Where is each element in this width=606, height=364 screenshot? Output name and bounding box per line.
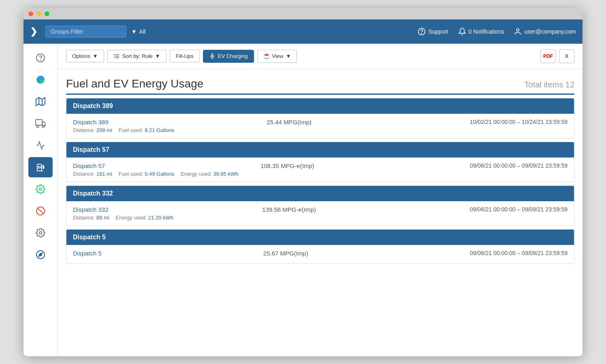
dispatch-energy: Energy used: 21.20 kWh — [116, 215, 173, 221]
bell-icon — [458, 28, 466, 36]
sidebar-item-settings-gear[interactable] — [28, 179, 53, 199]
total-items: Total items 12 — [525, 80, 574, 89]
dropdown-label: All — [139, 28, 146, 35]
dispatch-name[interactable]: Dispatch 57 — [73, 162, 105, 169]
groups-filter-input[interactable] — [45, 26, 126, 38]
user-label: user@company.com — [524, 28, 576, 35]
dispatch-fuel: Fuel used: 8.21 Gallons — [119, 127, 174, 133]
dispatch-group: Dispatch 5Dispatch 525.67 MPG(Imp)09/06/… — [66, 229, 574, 264]
ev-icon — [209, 53, 216, 60]
user-menu-button[interactable]: user@company.com — [514, 28, 576, 36]
page-title: Fuel and EV Energy Usage — [66, 77, 203, 90]
dispatch-mpg: 25.67 MPG(Imp) — [102, 250, 470, 257]
dispatch-row: Dispatch 525.67 MPG(Imp)09/06/21 00:00:0… — [66, 245, 574, 263]
pdf-button[interactable]: PDF — [540, 49, 556, 63]
options-chevron-icon: ▼ — [93, 53, 98, 59]
svg-point-10 — [42, 125, 44, 127]
dispatch-group: Dispatch 57Dispatch 57108.35 MPG-e(Imp)0… — [66, 142, 574, 182]
dispatch-details: Distance: 181 miFuel used: 0.49 GallonsE… — [73, 171, 568, 177]
excel-button[interactable]: X — [559, 49, 574, 63]
svg-rect-12 — [38, 166, 41, 168]
svg-point-4 — [41, 60, 41, 60]
dispatch-name[interactable]: Dispatch 5 — [73, 250, 102, 257]
sidebar-item-truck[interactable] — [28, 113, 53, 134]
support-button[interactable]: Support — [418, 28, 448, 36]
sort-button[interactable]: Sort by: Rule ▼ — [107, 50, 166, 63]
dispatch-date: 10/02/21 00:00:00 – 10/24/21 23:59:59 — [470, 119, 568, 125]
dispatch-group: Dispatch 389Dispatch 38925.44 MPG(Imp)10… — [66, 98, 574, 138]
dispatch-name[interactable]: Dispatch 332 — [73, 206, 109, 213]
sidebar-item-fuel[interactable] — [28, 157, 53, 177]
svg-point-9 — [36, 125, 38, 127]
svg-point-16 — [39, 232, 42, 234]
top-nav: ❯ ▼ All Support — [23, 19, 583, 44]
dispatch-mpg: 139.56 MPG-e(Imp) — [109, 206, 470, 213]
title-underline — [66, 94, 574, 95]
toolbar: Options ▼ Sort by: Rule ▼ — [58, 44, 583, 69]
dispatch-header[interactable]: Dispatch 5 — [66, 230, 574, 245]
dispatch-header[interactable]: Dispatch 332 — [66, 186, 574, 201]
sidebar-item-block[interactable] — [28, 201, 53, 221]
svg-marker-18 — [39, 253, 42, 256]
content-area: Options ▼ Sort by: Rule ▼ — [58, 44, 583, 356]
maximize-dot[interactable] — [45, 11, 49, 16]
dispatch-row: Dispatch 38925.44 MPG(Imp)10/02/21 00:00… — [66, 114, 574, 138]
dispatch-details: Distance: 88 miEnergy used: 21.20 kWh — [73, 215, 568, 221]
dispatch-date: 09/06/21 00:00:00 – 09/09/21 23:59:59 — [470, 206, 568, 213]
close-dot[interactable] — [28, 11, 33, 16]
dispatch-energy: Energy used: 39.65 kWh — [181, 171, 238, 177]
all-dropdown[interactable]: ▼ All — [131, 28, 145, 35]
dropdown-arrow-icon: ▼ — [131, 28, 137, 35]
dispatch-row: Dispatch 332139.56 MPG-e(Imp)09/06/21 00… — [66, 201, 574, 226]
notifications-label: 0 Notifications — [469, 28, 504, 35]
view-button[interactable]: View ▼ — [257, 50, 297, 63]
sidebar-item-map[interactable] — [28, 92, 53, 112]
svg-line-15 — [38, 208, 43, 213]
fillups-button[interactable]: Fill-Ups — [170, 50, 200, 62]
options-button[interactable]: Options ▼ — [66, 50, 104, 62]
page-header: Fuel and EV Energy Usage Total items 12 — [58, 69, 583, 90]
dispatch-distance: Distance: 88 mi — [73, 215, 109, 221]
sidebar — [23, 44, 58, 356]
svg-marker-5 — [36, 98, 45, 106]
app-window: ❯ ▼ All Support — [23, 8, 583, 356]
svg-point-13 — [39, 188, 42, 190]
dispatch-header[interactable]: Dispatch 389 — [66, 98, 574, 114]
svg-point-1 — [422, 33, 422, 33]
dispatch-list: Dispatch 389Dispatch 38925.44 MPG(Imp)10… — [58, 98, 583, 264]
sidebar-item-help[interactable] — [28, 48, 53, 68]
dispatch-mpg: 25.44 MPG(Imp) — [109, 119, 470, 126]
title-bar — [23, 8, 583, 19]
dispatch-date: 09/06/21 00:00:00 – 09/09/21 23:59:59 — [470, 162, 568, 169]
view-chevron-icon: ▼ — [286, 53, 291, 59]
dispatch-header[interactable]: Dispatch 57 — [66, 142, 574, 158]
sidebar-item-config[interactable] — [28, 223, 53, 243]
dispatch-row: Dispatch 57108.35 MPG-e(Imp)09/06/21 00:… — [66, 158, 574, 182]
main-body: Options ▼ Sort by: Rule ▼ — [23, 44, 583, 356]
dispatch-mpg: 108.35 MPG-e(Imp) — [105, 162, 469, 169]
svg-rect-8 — [36, 119, 42, 125]
dispatch-date: 09/06/21 00:00:00 – 09/09/21 23:59:59 — [470, 250, 568, 256]
svg-point-2 — [516, 28, 519, 31]
support-label: Support — [428, 28, 448, 35]
sidebar-item-chart[interactable] — [28, 135, 53, 155]
dispatch-group: Dispatch 332Dispatch 332139.56 MPG-e(Imp… — [66, 185, 574, 226]
pie-chart-icon — [36, 75, 45, 85]
minimize-dot[interactable] — [36, 11, 41, 16]
nav-right: Support 0 Notifications user@company.com — [418, 28, 576, 36]
sidebar-item-pie-chart[interactable] — [28, 70, 53, 90]
dispatch-details: Distance: 209 miFuel used: 8.21 Gallons — [73, 127, 568, 133]
support-icon — [418, 28, 426, 36]
sort-chevron-icon: ▼ — [155, 53, 160, 59]
view-icon — [263, 53, 270, 60]
user-icon — [514, 28, 522, 36]
sort-icon — [113, 53, 120, 60]
notifications-button[interactable]: 0 Notifications — [458, 28, 504, 36]
sidebar-item-compass[interactable] — [28, 245, 53, 265]
ev-charging-button[interactable]: EV Charging — [203, 50, 254, 63]
dispatch-distance: Distance: 209 mi — [73, 127, 112, 133]
dispatch-name[interactable]: Dispatch 389 — [73, 119, 109, 126]
dispatch-distance: Distance: 181 mi — [73, 171, 112, 177]
nav-toggle-button[interactable]: ❯ — [30, 26, 37, 37]
dispatch-fuel: Fuel used: 0.49 Gallons — [119, 171, 174, 177]
